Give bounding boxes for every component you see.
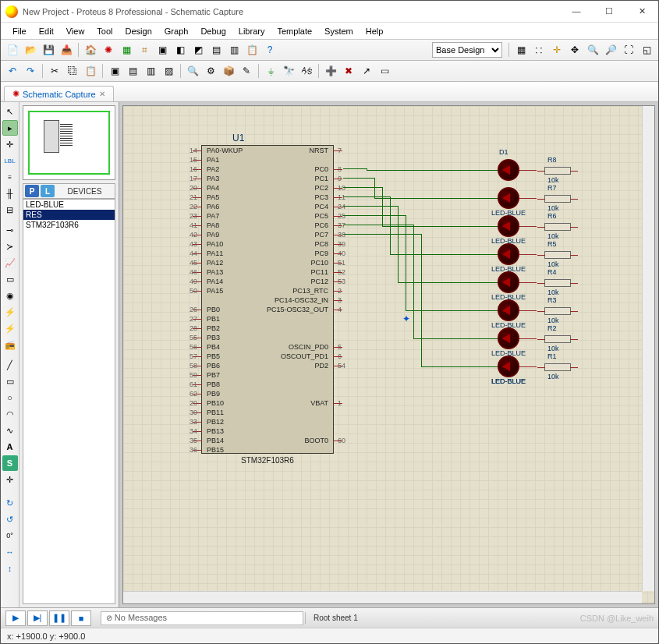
resistor-R4[interactable] bbox=[544, 279, 571, 287]
block-rotate-icon[interactable]: ▥ bbox=[142, 62, 159, 80]
wire[interactable] bbox=[519, 366, 537, 367]
notes-icon[interactable]: 📋 bbox=[243, 41, 260, 58]
resistor-R3[interactable] bbox=[544, 307, 571, 315]
menu-library[interactable]: Library bbox=[233, 25, 271, 37]
terminal-icon[interactable]: ⊸ bbox=[2, 222, 18, 238]
zoom-in-icon[interactable]: 🔍 bbox=[584, 41, 601, 58]
menu-edit[interactable]: Edit bbox=[34, 25, 59, 37]
make-icon[interactable]: ⚙ bbox=[202, 62, 219, 80]
pin-PA1[interactable]: 15PA1 bbox=[202, 155, 333, 165]
search-icon[interactable]: 🔭 bbox=[280, 62, 297, 80]
del-sheet-icon[interactable]: ✖ bbox=[340, 62, 357, 80]
wire[interactable] bbox=[367, 170, 498, 171]
graph-icon[interactable]: 📈 bbox=[2, 255, 18, 271]
wire[interactable] bbox=[406, 310, 498, 311]
pin-PC12[interactable]: PC1253 bbox=[202, 277, 333, 286]
pin-PC14-OSC32_IN[interactable]: PC14-OSC32_IN3 bbox=[202, 295, 333, 305]
wire[interactable] bbox=[343, 234, 421, 235]
design-selector[interactable]: Base Design bbox=[432, 42, 502, 58]
zoom-sheet-icon[interactable]: ▭ bbox=[376, 62, 393, 80]
pin-PC9[interactable]: PC940 bbox=[202, 249, 333, 258]
schematic-icon[interactable]: ✺ bbox=[100, 41, 117, 58]
pin-PD2[interactable]: PD254 bbox=[202, 361, 333, 370]
copy-icon[interactable]: ⿻ bbox=[64, 62, 81, 80]
pin-PC1[interactable]: PC19 bbox=[202, 174, 333, 183]
wire[interactable] bbox=[421, 234, 422, 366]
generator-icon[interactable]: ◉ bbox=[2, 288, 18, 303]
help-icon[interactable]: ? bbox=[261, 41, 278, 58]
explorer-icon[interactable]: ▥ bbox=[225, 41, 243, 58]
wire[interactable] bbox=[343, 187, 382, 188]
box-icon[interactable]: ▭ bbox=[2, 373, 18, 389]
wire[interactable] bbox=[343, 178, 374, 179]
wire[interactable] bbox=[519, 254, 537, 255]
device-item[interactable]: STM32F103R6 bbox=[23, 220, 115, 230]
wire[interactable] bbox=[374, 178, 375, 198]
pin-PC5[interactable]: PC525 bbox=[202, 211, 333, 221]
wire[interactable] bbox=[519, 198, 537, 199]
new-sheet-icon[interactable]: ➕ bbox=[322, 62, 339, 80]
decompose-icon[interactable]: ✎ bbox=[238, 62, 255, 80]
menu-template[interactable]: Template bbox=[271, 25, 317, 37]
zoom-area-icon[interactable]: ◱ bbox=[638, 41, 655, 58]
menu-help[interactable]: Help bbox=[360, 25, 389, 37]
pin-PB8[interactable]: 61PB8 bbox=[202, 380, 333, 389]
symbol-icon[interactable]: S bbox=[2, 455, 18, 471]
minimize-button[interactable]: — bbox=[560, 1, 593, 23]
import-icon[interactable]: 📥 bbox=[58, 41, 75, 58]
3d-icon[interactable]: ◧ bbox=[172, 41, 189, 58]
paste-icon[interactable]: 📋 bbox=[82, 62, 99, 80]
wire[interactable] bbox=[343, 225, 413, 225]
line-icon[interactable]: ╱ bbox=[2, 357, 18, 373]
exit-sheet-icon[interactable]: ↗ bbox=[358, 62, 375, 80]
rotate-ccw-icon[interactable]: ↺ bbox=[2, 511, 18, 527]
pin-PC2[interactable]: PC210 bbox=[202, 183, 333, 193]
step-button[interactable]: ▶| bbox=[27, 610, 48, 626]
menu-design[interactable]: Design bbox=[120, 25, 158, 37]
message-panel[interactable]: ⊘ No Messages bbox=[101, 611, 303, 625]
package-icon[interactable]: 📦 bbox=[220, 62, 237, 80]
pin-PC13_RTC[interactable]: PC13_RTC2 bbox=[202, 286, 333, 295]
open-icon[interactable]: 📂 bbox=[22, 41, 39, 58]
save-icon[interactable]: 💾 bbox=[40, 41, 57, 58]
play-button[interactable]: ▶ bbox=[5, 610, 26, 626]
wire[interactable] bbox=[519, 170, 537, 171]
wire[interactable] bbox=[519, 310, 537, 311]
wire[interactable] bbox=[519, 282, 537, 283]
rotate-cw-icon[interactable]: ↻ bbox=[2, 495, 18, 511]
pin-PC10[interactable]: PC1051 bbox=[202, 258, 333, 267]
pin-PB15[interactable]: 36PB15 bbox=[202, 445, 333, 455]
overview-pane[interactable] bbox=[23, 105, 115, 180]
scrollbar-horizontal[interactable] bbox=[123, 591, 642, 603]
instrument-icon[interactable]: 📻 bbox=[2, 337, 18, 352]
resistor-R5[interactable] bbox=[544, 251, 571, 259]
grid-icon[interactable]: ▦ bbox=[512, 41, 530, 58]
zoom-fit-icon[interactable]: ⛶ bbox=[620, 41, 637, 58]
sheet-indicator[interactable]: Root sheet 1 bbox=[305, 612, 366, 624]
pin-PB3[interactable]: 55PB3 bbox=[202, 333, 333, 342]
cpu-icon[interactable]: ⌗ bbox=[136, 41, 153, 58]
text-icon[interactable]: A bbox=[2, 439, 18, 455]
pin-OSCOUT_PD1[interactable]: OSCOUT_PD16 bbox=[202, 352, 333, 361]
tab-schematic[interactable]: ✺ Schematic Capture ✕ bbox=[4, 86, 114, 101]
circle-icon[interactable]: ○ bbox=[2, 390, 18, 405]
new-icon[interactable]: 📄 bbox=[4, 41, 21, 58]
device-pin-icon[interactable]: ≻ bbox=[2, 239, 18, 254]
wire[interactable] bbox=[343, 196, 390, 197]
menu-tool[interactable]: Tool bbox=[91, 25, 118, 37]
menu-system[interactable]: System bbox=[319, 25, 359, 37]
voltage-probe-icon[interactable]: ⚡ bbox=[2, 304, 18, 320]
pin-PC11[interactable]: PC1152 bbox=[202, 267, 333, 277]
component-icon[interactable]: ▸ bbox=[2, 120, 18, 136]
wire[interactable] bbox=[413, 338, 498, 339]
stop-button[interactable]: ■ bbox=[71, 610, 91, 626]
flip-v-icon[interactable]: ↕ bbox=[2, 561, 18, 576]
schematic-canvas[interactable]: ✦ U114PA0-WKUP15PA116PA217PA320PA421PA52… bbox=[123, 106, 654, 603]
undo-icon[interactable]: ↶ bbox=[4, 62, 21, 80]
wire[interactable] bbox=[519, 226, 537, 227]
block-delete-icon[interactable]: ▨ bbox=[160, 62, 177, 80]
label-icon[interactable]: LBL bbox=[2, 153, 18, 168]
wire[interactable] bbox=[343, 168, 367, 169]
resistor-R6[interactable] bbox=[544, 223, 571, 231]
close-button[interactable]: ✕ bbox=[625, 1, 658, 23]
